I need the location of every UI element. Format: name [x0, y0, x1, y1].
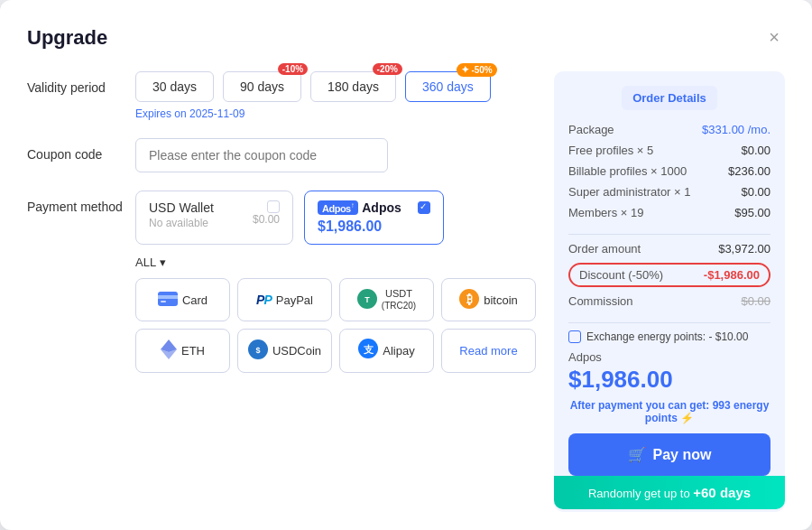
- wallet-status: No available: [149, 217, 214, 229]
- svg-text:T: T: [364, 295, 370, 304]
- pay-now-label: Pay now: [653, 447, 712, 463]
- method-alipay[interactable]: 支 Alipay: [339, 329, 434, 373]
- method-card-label: Card: [182, 293, 208, 307]
- validity-content: 30 days 90 days -10% 180 days -20% 360 d…: [135, 71, 536, 120]
- coupon-content: [135, 138, 536, 172]
- coupon-label: Coupon code: [27, 138, 135, 162]
- right-panel: Order Details Package $331.00 /mo. Free …: [554, 71, 785, 512]
- badge-360: ✦ -50%: [457, 63, 497, 77]
- method-usdt[interactable]: T USDT(TRC20): [339, 278, 434, 321]
- svg-rect-2: [161, 301, 166, 302]
- total-amount: $1,986.00: [568, 366, 770, 394]
- method-readmore[interactable]: Read more: [441, 329, 536, 373]
- method-bitcoin-label: bitcoin: [484, 293, 518, 307]
- coupon-row: Coupon code: [27, 138, 536, 172]
- total-label: Adpos: [568, 350, 770, 364]
- method-eth[interactable]: ETH: [135, 329, 230, 373]
- pay-now-button[interactable]: 🛒 Pay now: [568, 433, 770, 476]
- left-panel: Validity period 30 days 90 days -10% 180…: [27, 71, 536, 512]
- bonus-text-prefix: Randomly get up to: [588, 487, 693, 500]
- usd-wallet-card[interactable]: USD Wallet No available $0.00: [135, 191, 293, 245]
- payment-content: USD Wallet No available $0.00: [135, 191, 536, 373]
- modal-header: Upgrade ×: [27, 25, 785, 50]
- alipay-icon: 支: [358, 339, 378, 363]
- order-row-commission: Commission $0.00: [568, 294, 770, 308]
- all-methods-toggle[interactable]: ALL ▾: [135, 256, 536, 269]
- chevron-down-icon: ▾: [160, 256, 166, 269]
- energy-bolt-icon: ⚡: [680, 412, 694, 424]
- method-card[interactable]: Card: [135, 278, 230, 321]
- method-readmore-label: Read more: [459, 344, 517, 358]
- order-row-package: Package $331.00 /mo.: [568, 123, 770, 136]
- order-divider-1: [568, 234, 770, 235]
- bonus-amount: +60 days: [693, 485, 751, 500]
- adpos-name: Adpos: [362, 200, 401, 215]
- validity-360[interactable]: 360 days ✦ -50%: [405, 71, 491, 102]
- coupon-input[interactable]: [135, 138, 388, 172]
- eth-icon: [161, 339, 177, 362]
- method-bitcoin[interactable]: ₿ bitcoin: [441, 278, 536, 321]
- modal-body: Validity period 30 days 90 days -10% 180…: [27, 71, 785, 512]
- modal-title: Upgrade: [27, 26, 107, 50]
- methods-grid: Card PP PayPal: [135, 278, 536, 373]
- wallet-checkbox[interactable]: [267, 200, 280, 213]
- wallet-name: USD Wallet: [149, 200, 214, 215]
- payment-row: Payment method USD Wallet No available $…: [27, 191, 536, 373]
- usdcoin-icon: $: [248, 339, 268, 362]
- order-row-members: Members × 19 $95.00: [568, 206, 770, 219]
- order-row-discount: Discount (-50%) -$1,986.00: [568, 263, 770, 287]
- card-icon: [158, 292, 178, 309]
- adpos-checkbox[interactable]: [418, 201, 430, 214]
- method-alipay-label: Alipay: [383, 344, 414, 358]
- payment-label: Payment method: [27, 191, 135, 214]
- bonus-banner: Randomly get up to +60 days: [554, 476, 785, 509]
- close-button[interactable]: ×: [763, 25, 785, 50]
- adpos-price: $1,986.00: [318, 219, 430, 235]
- order-divider-2: [568, 322, 770, 323]
- order-row-super-admin: Super administrator × 1 $0.00: [568, 185, 770, 199]
- method-paypal-label: PayPal: [276, 293, 313, 307]
- adpos-logo-icon: Adpos↑: [318, 200, 358, 215]
- wallet-amount: $0.00: [253, 213, 280, 226]
- payment-top-row: USD Wallet No available $0.00: [135, 191, 536, 245]
- validity-label: Validity period: [27, 71, 135, 95]
- validity-row: Validity period 30 days 90 days -10% 180…: [27, 71, 536, 120]
- energy-text: After payment you can get: 993 energy po…: [568, 399, 770, 424]
- method-paypal[interactable]: PP PayPal: [237, 278, 332, 321]
- validity-30[interactable]: 30 days: [135, 71, 214, 102]
- svg-text:₿: ₿: [466, 293, 473, 306]
- svg-text:$: $: [255, 346, 260, 355]
- exchange-label: Exchange energy points: - $10.00: [586, 330, 748, 343]
- method-usdcoin-label: USDCoin: [272, 344, 321, 358]
- adpos-card[interactable]: Adpos↑ Adpos $1,986.00: [304, 191, 444, 245]
- method-usdt-label: USDT(TRC20): [382, 288, 416, 311]
- bitcoin-icon: ₿: [459, 289, 479, 311]
- badge-180: -20%: [373, 63, 402, 75]
- order-row-amount: Order amount $3,972.00: [568, 242, 770, 256]
- validity-90[interactable]: 90 days -10%: [223, 71, 301, 102]
- validity-180[interactable]: 180 days -20%: [310, 71, 396, 102]
- order-row-free-profiles: Free profiles × 5 $0.00: [568, 144, 770, 157]
- total-section: Adpos $1,986.00: [568, 350, 770, 399]
- badge-90: -10%: [278, 63, 308, 75]
- method-eth-label: ETH: [181, 344, 205, 358]
- cart-icon: 🛒: [628, 446, 646, 463]
- svg-marker-7: [161, 339, 177, 352]
- validity-options: 30 days 90 days -10% 180 days -20% 360 d…: [135, 71, 536, 102]
- expires-text: Expires on 2025-11-09: [135, 107, 536, 120]
- method-usdcoin[interactable]: $ USDCoin: [237, 329, 332, 373]
- all-label: ALL: [135, 256, 156, 269]
- order-row-billable: Billable profiles × 1000 $236.00: [568, 164, 770, 178]
- exchange-row: Exchange energy points: - $10.00: [568, 330, 770, 343]
- order-details-title: Order Details: [622, 86, 717, 110]
- paypal-icon: PP: [256, 293, 272, 307]
- exchange-checkbox[interactable]: [568, 330, 581, 343]
- svg-rect-1: [158, 295, 178, 299]
- usdt-icon: T: [357, 289, 377, 311]
- upgrade-modal: Upgrade × Validity period 30 days 90 day…: [0, 0, 812, 530]
- svg-text:支: 支: [363, 344, 374, 355]
